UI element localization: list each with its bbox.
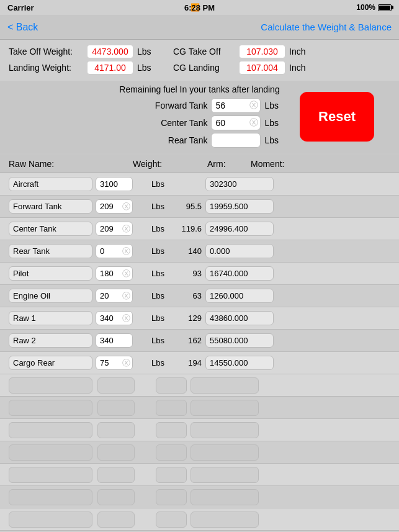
cg-landing-label: CG Landing (173, 63, 235, 73)
name-input[interactable] (9, 199, 92, 214)
weight-clear-icon[interactable]: ⓧ (122, 223, 130, 235)
moment-input[interactable] (205, 333, 274, 348)
weight-clear-icon[interactable]: ⓧ (122, 313, 130, 324)
cg-takeoff-value: 107.030 (239, 45, 285, 58)
table-row: ⓧ Lbs 63 (0, 285, 399, 307)
empty-weight-cell (97, 512, 135, 528)
cell-name (9, 222, 96, 236)
fuel-forward-unit: Lbs (264, 101, 279, 110)
cell-moment (205, 333, 390, 348)
moment-input[interactable] (205, 177, 274, 191)
moment-input[interactable] (205, 289, 274, 303)
weight-clear-icon[interactable]: ⓧ (122, 246, 130, 257)
fuel-forward-label: Forward Tank (151, 101, 207, 110)
empty-arm-cell (156, 422, 187, 438)
cell-lbs-label: Lbs (151, 202, 171, 211)
empty-moment-cell (191, 444, 259, 461)
weight-wrap: ⓧ (96, 199, 133, 214)
moment-input[interactable] (205, 266, 274, 281)
moment-input[interactable] (205, 356, 274, 370)
cell-moment (205, 222, 390, 236)
fuel-forward-clear[interactable]: ⓧ (249, 100, 258, 111)
empty-weight-cell (97, 377, 135, 394)
battery-area: 100% (356, 3, 392, 12)
empty-arm-cell (156, 467, 187, 483)
th-weight: Weight: (133, 159, 207, 169)
weight-wrap (96, 333, 133, 348)
empty-name-cell (9, 489, 92, 505)
weight-input[interactable] (96, 333, 133, 348)
fuel-rear-input[interactable] (211, 133, 261, 148)
weight-wrap: ⓧ (96, 266, 133, 281)
cell-arm-value: 93 (171, 269, 205, 278)
name-input[interactable] (9, 177, 92, 191)
table-row: ⓧ Lbs 93 (0, 263, 399, 285)
empty-row (0, 508, 399, 531)
moment-input[interactable] (205, 222, 274, 236)
cell-weight: ⓧ (96, 311, 151, 325)
empty-name-cell (9, 400, 92, 416)
cell-name (9, 333, 96, 348)
fuel-center-clear[interactable]: ⓧ (249, 117, 258, 128)
landing-weight-unit: Lbs (137, 63, 157, 73)
fuel-forward-wrap: ⓧ (211, 98, 261, 113)
cell-arm-value: 63 (171, 291, 205, 300)
moment-input[interactable] (205, 244, 274, 258)
empty-row (0, 397, 399, 419)
empty-arm-cell (156, 489, 187, 505)
takeoff-weight-row: Take Off Weight: 4473.000 Lbs CG Take Of… (9, 45, 390, 58)
table-row: ⓧ Lbs 194 (0, 352, 399, 374)
fuel-rows: Forward Tank ⓧ Lbs Center Tank ⓧ Lbs Rea… (9, 98, 279, 148)
name-input[interactable] (9, 244, 92, 258)
table-row: Lbs (0, 173, 399, 196)
empty-name-cell (9, 444, 92, 461)
name-input[interactable] (9, 311, 92, 325)
cell-arm-value: 129 (171, 313, 205, 323)
table-body: Lbs ⓧ Lbs 95.5 ⓧ Lbs 11 (0, 173, 399, 532)
name-input[interactable] (9, 289, 92, 303)
landing-weight-row: Landing Weight: 4171.00 Lbs CG Landing 1… (9, 61, 390, 74)
cell-moment (205, 177, 390, 191)
weight-input[interactable] (96, 177, 133, 191)
cell-weight: ⓧ (96, 356, 151, 370)
fuel-rear-label: Rear Tank (151, 135, 207, 145)
carrier-label: Carrier (7, 3, 34, 12)
name-input[interactable] (9, 333, 92, 348)
fuel-center-wrap: ⓧ (211, 115, 261, 130)
back-button[interactable]: < Back (7, 22, 38, 33)
fuel-row-rear: Rear Tank Lbs (151, 133, 279, 148)
time-label: 6:28 PM (184, 3, 215, 12)
weight-clear-icon[interactable]: ⓧ (122, 358, 130, 369)
empty-weight-cell (97, 444, 135, 461)
fuel-center-label: Center Tank (151, 118, 207, 128)
empty-arm-cell (156, 512, 187, 528)
empty-weight-cell (97, 400, 135, 416)
nav-bar: < Back Calculate the Weight & Balance (0, 15, 399, 40)
empty-weight-cell (97, 489, 135, 505)
name-input[interactable] (9, 222, 92, 236)
weight-clear-icon[interactable]: ⓧ (122, 201, 130, 212)
fuel-row-forward: Forward Tank ⓧ Lbs (151, 98, 279, 113)
name-input[interactable] (9, 356, 92, 370)
weight-clear-icon[interactable]: ⓧ (122, 268, 130, 279)
name-input[interactable] (9, 266, 92, 281)
table-header: Raw Name: Weight: Arm: Moment: (0, 155, 399, 173)
cell-arm-value: 140 (171, 246, 205, 256)
empty-moment-cell (191, 489, 259, 505)
empty-name-cell (9, 467, 92, 483)
table-row: ⓧ Lbs 119.6 (0, 218, 399, 240)
weight-wrap: ⓧ (96, 356, 133, 370)
empty-row (0, 441, 399, 464)
empty-arm-cell (156, 400, 187, 416)
cell-moment (205, 244, 390, 258)
fuel-row-center: Center Tank ⓧ Lbs (151, 115, 279, 130)
takeoff-weight-label: Take Off Weight: (9, 47, 83, 56)
cell-weight: ⓧ (96, 222, 151, 236)
reset-button[interactable]: Reset (300, 92, 374, 142)
moment-input[interactable] (205, 311, 274, 325)
cell-lbs-label: Lbs (151, 358, 171, 367)
moment-input[interactable] (205, 199, 274, 214)
weight-clear-icon[interactable]: ⓧ (122, 291, 130, 302)
cell-name (9, 177, 96, 191)
status-bar: Carrier 📶 6:28 PM 100% (0, 0, 399, 15)
